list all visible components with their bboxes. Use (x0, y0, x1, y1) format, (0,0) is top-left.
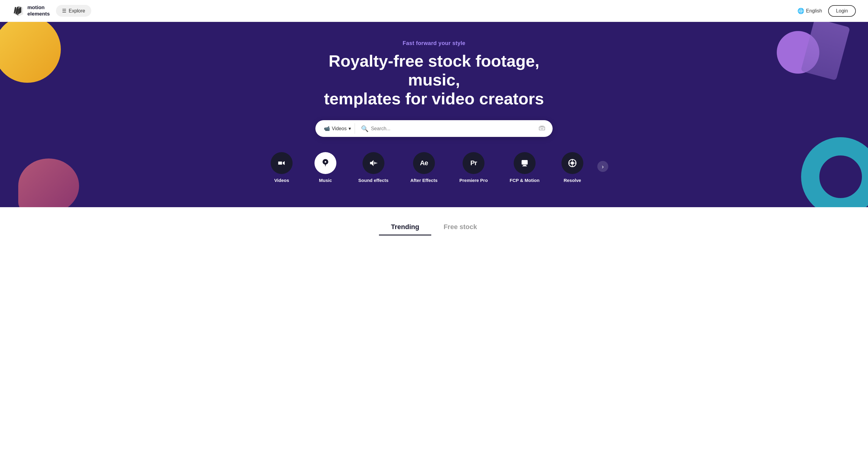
search-input[interactable] (371, 126, 536, 132)
svg-rect-6 (522, 166, 527, 167)
category-label-premiere-pro: Premiere Pro (459, 178, 488, 183)
category-label-fcp-motion: FCP & Motion (510, 178, 539, 183)
logo[interactable]: // motion elements (12, 5, 50, 17)
after-effects-icon: Ae (413, 152, 435, 174)
hero-subtitle: Fast forward your style (403, 40, 465, 47)
category-item-premiere-pro[interactable]: Pr Premiere Pro (448, 152, 498, 183)
svg-point-3 (376, 163, 377, 164)
svg-text://: // (14, 5, 19, 15)
category-label-after-effects: After Effects (410, 178, 437, 183)
tabs-section: Trending Free stock (0, 207, 868, 235)
svg-rect-4 (522, 160, 528, 165)
videos-icon (271, 152, 292, 174)
navbar-left: // motion elements ☰ Explore (12, 5, 91, 17)
resolve-icon (561, 152, 583, 174)
camera-icon (538, 124, 545, 131)
chevron-down-icon: ▾ (348, 126, 351, 132)
svg-point-1 (541, 127, 543, 129)
category-item-sound-effects[interactable]: Sound effects (347, 152, 399, 183)
category-item-videos[interactable]: Videos (260, 152, 304, 183)
language-button[interactable]: 🌐 English (798, 8, 822, 14)
menu-icon: ☰ (62, 8, 66, 14)
tab-free-stock[interactable]: Free stock (431, 220, 489, 235)
navbar: // motion elements ☰ Explore 🌐 English L… (0, 0, 868, 22)
login-button[interactable]: Login (828, 5, 856, 17)
category-item-after-effects[interactable]: Ae After Effects (399, 152, 448, 183)
category-item-fcp-motion[interactable]: FCP & Motion (499, 152, 551, 183)
music-icon (314, 152, 336, 174)
sound-effects-icon (363, 152, 384, 174)
explore-button[interactable]: ☰ Explore (56, 5, 91, 17)
category-label-music: Music (319, 178, 332, 183)
search-icon: 🔍 (359, 123, 371, 135)
category-label-sound-effects: Sound effects (358, 178, 389, 183)
hero-title: Royalty-free stock footage, music, templ… (309, 51, 559, 108)
category-item-music[interactable]: Music (304, 152, 347, 183)
video-camera-icon: 📹 (324, 126, 330, 132)
hero-section: Fast forward your style Royalty-free sto… (0, 22, 868, 207)
category-label-resolve: Resolve (564, 178, 581, 183)
premiere-pro-icon: Pr (463, 152, 485, 174)
logo-icon: // (12, 5, 25, 17)
tab-trending[interactable]: Trending (379, 220, 432, 235)
fcp-motion-icon (514, 152, 535, 174)
navbar-right: 🌐 English Login (798, 5, 856, 17)
svg-point-2 (375, 163, 376, 164)
search-category-dropdown[interactable]: 📹 Videos ▾ (320, 123, 355, 134)
categories-row: Videos Music Sound effects (260, 152, 608, 183)
globe-icon: 🌐 (798, 8, 804, 14)
svg-point-8 (571, 162, 574, 165)
hero-content: Fast forward your style Royalty-free sto… (0, 40, 868, 183)
category-label-videos: Videos (274, 178, 289, 183)
logo-text: motion elements (27, 5, 50, 17)
category-item-resolve[interactable]: Resolve (551, 152, 594, 183)
search-bar: 📹 Videos ▾ 🔍 (315, 120, 553, 137)
visual-search-button[interactable] (536, 122, 548, 135)
categories-next-button[interactable]: › (597, 161, 608, 172)
